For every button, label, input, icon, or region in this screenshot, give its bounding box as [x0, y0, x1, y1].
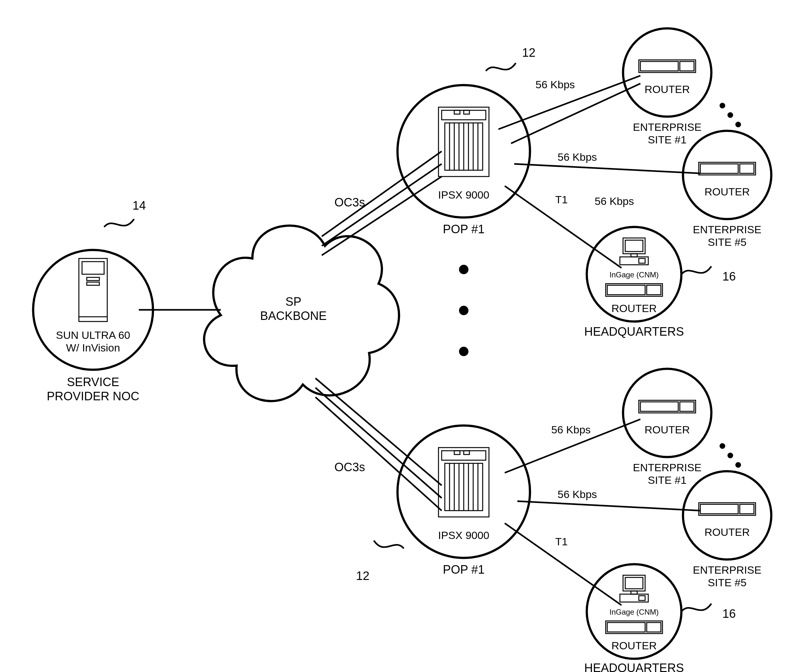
- router-label-hqb: ROUTER: [611, 639, 657, 652]
- site-a1-l2: SITE #1: [648, 133, 687, 146]
- ref-hqA: 16: [722, 270, 736, 283]
- cloud-label-1: SP: [286, 295, 302, 308]
- link-oc3-a1: [322, 151, 442, 236]
- dot: [735, 122, 741, 127]
- router-icon: [639, 400, 695, 413]
- dot: [720, 103, 725, 109]
- site-a5-l1: ENTERPRISE: [693, 224, 761, 236]
- site-b5-node: ROUTER: [683, 471, 771, 560]
- label-oc3-a: OC3s: [334, 196, 365, 209]
- site-b1-l1: ENTERPRISE: [633, 461, 701, 473]
- link-oc3-b2: [315, 388, 442, 498]
- pop-a-name: POP #1: [443, 222, 484, 236]
- pop-b-name: POP #1: [443, 563, 484, 576]
- link-oc3-b3: [315, 397, 442, 511]
- router-icon: [606, 621, 662, 634]
- pop-a-node: IPSX 9000: [398, 85, 530, 217]
- noc-line1: SUN ULTRA 60: [56, 329, 130, 341]
- noc-sub2: PROVIDER NOC: [47, 390, 139, 403]
- label-kbps-ahq: 56 Kbps: [595, 195, 634, 207]
- chassis-icon: [438, 448, 489, 517]
- leader-hqA: [681, 266, 711, 274]
- workstation-icon: [620, 575, 648, 602]
- dot: [735, 462, 741, 468]
- leader-hqB: [681, 604, 711, 611]
- router-label-a5: ROUTER: [704, 186, 750, 198]
- ref-popA: 12: [522, 46, 535, 59]
- dot: [727, 112, 733, 118]
- ref-noc: 14: [132, 199, 146, 212]
- link-popB-r5: [517, 501, 700, 511]
- noc-node: SUN ULTRA 60 W/ InVision: [33, 250, 153, 370]
- router-label-a1: ROUTER: [644, 83, 690, 95]
- ref-popB: 12: [356, 569, 369, 583]
- router-label-b1: ROUTER: [644, 423, 690, 436]
- label-kbps-a1: 56 Kbps: [536, 79, 575, 91]
- router-label-hqa: ROUTER: [611, 302, 657, 314]
- leader-popB: [374, 540, 404, 548]
- pop-b-device: IPSX 9000: [438, 529, 490, 541]
- dot: [459, 347, 469, 356]
- router-icon: [639, 60, 695, 72]
- site-a5-node: ROUTER: [683, 131, 771, 219]
- dot: [459, 306, 469, 315]
- hq-a-cnm: InGage (CNM): [609, 270, 659, 279]
- pop-b-node: IPSX 9000: [398, 425, 530, 558]
- cloud-label-2: BACKBONE: [260, 309, 327, 323]
- site-b5-l1: ENTERPRISE: [693, 564, 761, 576]
- sp-backbone-cloud: SP BACKBONE: [204, 226, 399, 401]
- noc-sub1: SERVICE: [67, 376, 119, 389]
- link-oc3-a3: [322, 176, 442, 255]
- router-icon: [606, 284, 662, 296]
- router-icon: [699, 503, 755, 516]
- hq-b-node: InGage (CNM) ROUTER: [587, 564, 681, 659]
- site-a5-l2: SITE #5: [708, 236, 747, 248]
- label-t1-b: T1: [555, 535, 568, 547]
- site-b5-l2: SITE #5: [708, 576, 747, 588]
- hq-b-cnm: InGage (CNM): [609, 608, 659, 616]
- label-kbps-b1: 56 Kbps: [552, 423, 591, 436]
- workstation-icon: [620, 238, 648, 265]
- label-t1-a: T1: [555, 194, 568, 206]
- label-kbps-b5: 56 Kbps: [558, 488, 597, 500]
- noc-line2: W/ InVision: [66, 342, 120, 354]
- hq-a-label: HEADQUARTERS: [584, 325, 684, 338]
- site-a1-l1: ENTERPRISE: [633, 121, 701, 133]
- site-a1-node: ROUTER: [623, 28, 711, 117]
- router-icon: [699, 162, 755, 175]
- dot: [720, 443, 725, 449]
- router-label-b5: ROUTER: [704, 526, 750, 538]
- link-popA-r5: [514, 164, 700, 173]
- hq-a-node: InGage (CNM) ROUTER: [587, 227, 681, 321]
- dot: [727, 453, 733, 458]
- label-oc3-b: OC3s: [334, 461, 365, 474]
- link-popA-r1b: [511, 84, 640, 143]
- dot: [459, 265, 469, 274]
- label-kbps-a5: 56 Kbps: [558, 151, 597, 163]
- site-b1-l2: SITE #1: [648, 474, 687, 486]
- leader-noc: [104, 219, 134, 227]
- ref-hqB: 16: [722, 607, 736, 620]
- site-b1-node: ROUTER: [623, 369, 711, 457]
- leader-popA: [486, 63, 516, 71]
- pop-a-device: IPSX 9000: [438, 189, 490, 201]
- hq-b-label: HEADQUARTERS: [584, 661, 684, 672]
- chassis-icon: [438, 107, 489, 176]
- server-icon: [79, 259, 107, 321]
